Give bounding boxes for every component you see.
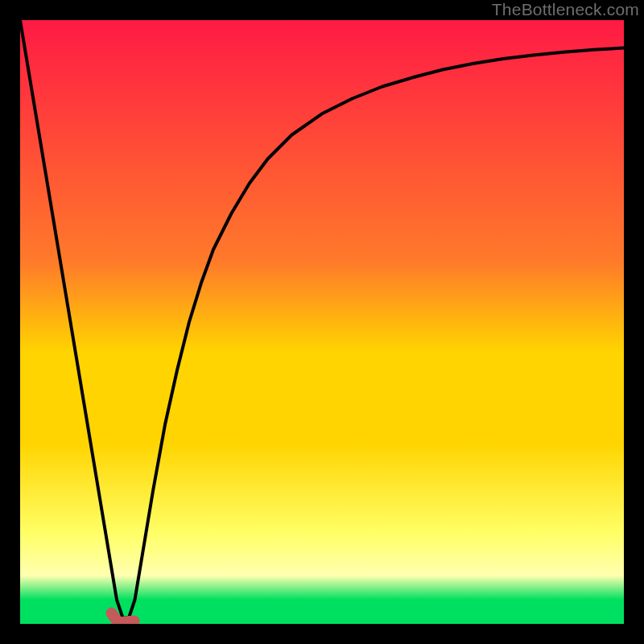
watermark-text: TheBottleneck.com bbox=[492, 0, 639, 19]
chart-background bbox=[20, 20, 624, 624]
bottleneck-chart bbox=[20, 20, 624, 624]
chart-container: TheBottleneck.com bbox=[0, 0, 644, 644]
